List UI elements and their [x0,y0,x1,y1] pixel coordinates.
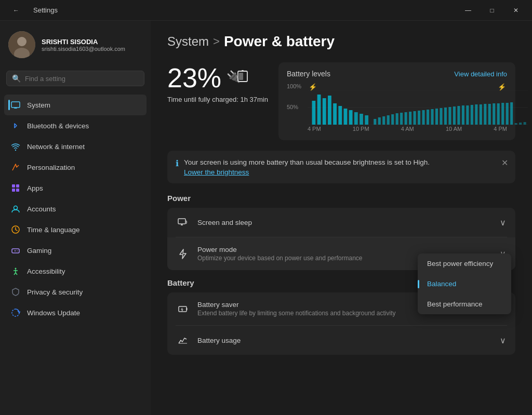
svg-rect-29 [312,101,315,125]
search-input[interactable] [25,75,139,83]
battery-saver-content: Battery saver Extend battery life by lim… [197,301,437,317]
sidebar-item-bluetooth[interactable]: Bluetooth & devices [4,115,147,136]
battery-saver-subtitle: Extend battery life by limiting some not… [197,310,437,317]
sidebar-item-accessibility[interactable]: Accessibility [4,261,147,282]
sidebar-item-label: Bluetooth & devices [27,122,89,130]
app-title: Settings [33,6,58,14]
sidebar-item-system[interactable]: System [4,95,147,115]
svg-rect-74 [524,122,526,125]
back-button[interactable]: ← [4,2,28,19]
accessibility-icon [10,266,21,276]
sidebar-item-privacy[interactable]: Privacy & security [4,282,147,302]
svg-rect-49 [413,111,416,125]
info-icon: ℹ [176,158,179,168]
svg-point-17 [15,268,17,270]
battery-usage-title: Battery usage [197,337,491,344]
svg-rect-10 [16,189,19,192]
best-efficiency-label: Best power efficiency [427,260,493,267]
svg-rect-39 [365,115,368,125]
breadcrumb-page: Power & battery [224,33,335,50]
svg-rect-64 [480,104,482,125]
close-button[interactable]: ✕ [504,2,528,19]
battery-usage-chevron: ∨ [500,336,506,345]
avatar [8,31,35,58]
update-icon [10,307,21,318]
search-icon: 🔍 [12,74,21,83]
svg-rect-33 [333,103,337,125]
svg-rect-69 [501,103,504,125]
svg-point-1 [17,37,26,46]
svg-rect-8 [16,184,19,188]
battery-usage-row[interactable]: Battery usage ∨ [167,326,515,355]
sidebar-item-apps[interactable]: Apps [4,178,147,198]
svg-rect-68 [497,103,500,125]
svg-rect-3 [11,102,20,108]
svg-rect-30 [317,95,321,125]
lower-brightness-link[interactable]: Lower the brightness [184,168,430,176]
sidebar-item-accounts[interactable]: Accounts [4,198,147,219]
svg-rect-78 [179,306,187,312]
sidebar-item-label: Personalization [27,164,75,171]
svg-rect-58 [453,106,456,125]
svg-point-6 [15,150,16,151]
svg-rect-9 [12,189,15,192]
screen-sleep-right: ∨ [500,218,506,227]
breadcrumb: System > Power & battery [167,33,515,50]
dropdown-item-balanced[interactable]: Balanced [418,274,511,294]
app-body: SRISHTI SISODIA srishti.sisodia1603@outl… [0,21,532,415]
view-detailed-link[interactable]: View detailed info [454,70,507,78]
sidebar-item-label: Gaming [27,247,51,255]
sidebar-item-network[interactable]: Network & internet [4,136,147,157]
svg-rect-31 [323,98,326,125]
search-box[interactable]: 🔍 [6,71,144,86]
sidebar-item-update[interactable]: Windows Update [4,302,147,323]
breadcrumb-system: System [167,34,209,49]
battery-usage-content: Battery usage [197,337,491,344]
svg-rect-71 [510,102,513,125]
balanced-label: Balanced [427,280,456,288]
sidebar-item-personalization[interactable]: Personalization [4,157,147,178]
sidebar-item-time[interactable]: Time & language [4,219,147,240]
dropdown-item-performance[interactable]: Best performance [418,294,511,314]
nav-list: System Bluetooth & devices [0,92,151,325]
svg-rect-70 [506,103,509,125]
svg-rect-36 [349,110,353,125]
personalization-icon [10,162,21,172]
svg-rect-34 [338,106,342,125]
battery-charging-icon: 🔌 [227,69,249,88]
notification-banner: ℹ Your screen is using more battery than… [167,151,515,183]
svg-rect-73 [519,123,522,125]
battery-percent-display: 23% 🔌 [167,62,268,93]
battery-usage-right: ∨ [500,336,506,345]
maximize-button[interactable]: □ [480,2,504,19]
screen-sleep-row[interactable]: Screen and sleep ∨ [167,208,515,237]
accounts-icon [10,204,21,214]
svg-point-11 [14,206,18,210]
user-email: srishti.sisodia1603@outlook.com [42,46,125,52]
screen-sleep-icon [177,216,189,229]
battery-saver-icon [177,303,189,315]
svg-rect-44 [391,114,394,125]
svg-rect-51 [422,110,424,125]
svg-rect-61 [466,105,469,125]
svg-rect-54 [435,109,438,125]
user-profile[interactable]: SRISHTI SISODIA srishti.sisodia1603@outl… [0,21,151,66]
notification-close-button[interactable]: ✕ [501,158,508,168]
breadcrumb-separator: > [213,35,220,48]
svg-rect-48 [409,112,411,125]
minimize-button[interactable]: — [456,2,480,19]
svg-rect-38 [360,114,363,125]
dropdown-item-efficiency[interactable]: Best power efficiency [418,253,511,274]
charge-time: Time until fully charged: 1h 37min [167,96,268,103]
svg-rect-24 [242,70,244,72]
privacy-icon [10,287,21,297]
battery-status: 23% 🔌 Time until fully charged: [167,62,268,103]
svg-line-21 [16,273,17,275]
battery-saver-title: Battery saver [197,301,437,309]
notification-content: Your screen is using more battery than u… [184,158,430,176]
chart-title: Battery levels [287,70,330,78]
power-section-header: Power [167,194,515,203]
power-mode-icon [177,248,189,260]
sidebar-item-gaming[interactable]: Gaming [4,240,147,261]
sidebar-item-label: Windows Update [27,309,80,317]
